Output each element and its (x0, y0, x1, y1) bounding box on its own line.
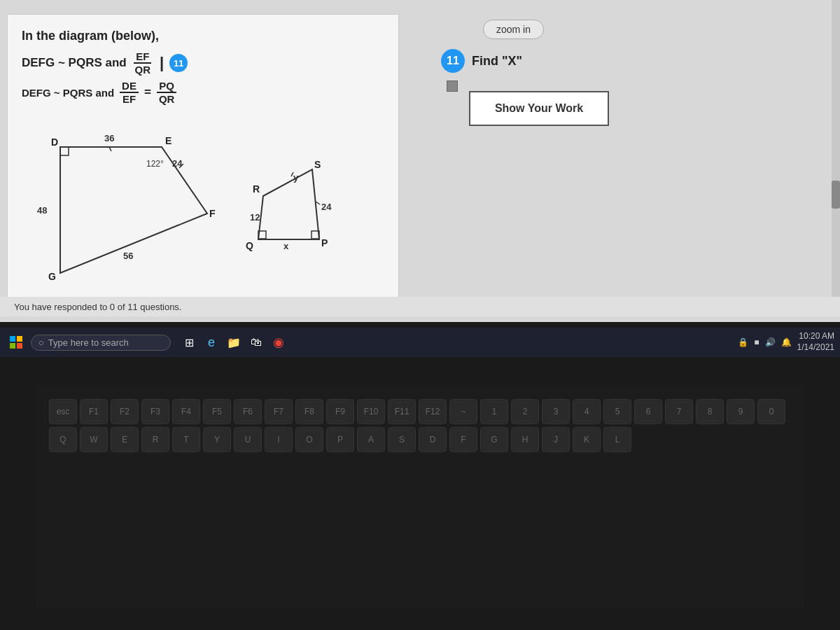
svg-text:24: 24 (172, 158, 183, 169)
scrollbar-thumb[interactable] (832, 181, 840, 209)
svg-text:R: R (253, 183, 260, 195)
key-f3[interactable]: F3 (141, 399, 169, 424)
ef-numerator: EF (134, 50, 151, 64)
svg-text:G: G (48, 271, 56, 282)
windows-logo-icon (10, 336, 22, 349)
key-h[interactable]: H (511, 427, 539, 452)
svg-rect-29 (17, 343, 22, 349)
key-r[interactable]: R (141, 427, 169, 452)
key-f5[interactable]: F5 (203, 399, 231, 424)
key-f6[interactable]: F6 (234, 399, 262, 424)
key-6[interactable]: 6 (634, 399, 662, 424)
right-panel: zoom in 11 Find "X" Show Your Work (434, 14, 826, 301)
zoom-in-button[interactable]: zoom in (483, 20, 544, 39)
edge-browser-icon[interactable]: e (202, 332, 221, 352)
svg-text:56: 56 (123, 251, 133, 261)
clock: 10:20 AM 1/14/2021 (797, 331, 834, 353)
date-display: 1/14/2021 (797, 342, 834, 354)
scrollbar[interactable] (832, 0, 840, 301)
screen: In the diagram (below), DEFG ~ PQRS and … (0, 0, 840, 322)
volume-icon: 🔊 (765, 337, 776, 347)
key-d[interactable]: D (419, 427, 447, 452)
fraction-pq-qr: PQ QR (157, 80, 177, 105)
key-f[interactable]: F (449, 427, 477, 452)
svg-text:E: E (165, 135, 172, 146)
key-f11[interactable]: F11 (388, 399, 416, 424)
windows-start-button[interactable] (6, 332, 27, 353)
key-5[interactable]: 5 (603, 399, 631, 424)
question-number-area: 11 Find "X" (441, 49, 522, 73)
key-2[interactable]: 2 (511, 399, 539, 424)
key-4[interactable]: 4 (573, 399, 601, 424)
svg-rect-26 (10, 336, 15, 342)
diagram-container: D E F G 36 48 56 122° 24 (22, 112, 384, 318)
key-e[interactable]: E (111, 427, 139, 452)
geometry-diagram: D E F G 36 48 56 122° 24 (22, 112, 379, 315)
key-f10[interactable]: F10 (357, 399, 385, 424)
key-j[interactable]: J (542, 427, 570, 452)
key-9[interactable]: 9 (727, 399, 755, 424)
notification-icon: 🔔 (781, 337, 792, 347)
key-i[interactable]: I (265, 427, 293, 452)
keyboard: esc F1 F2 F3 F4 F5 F6 F7 F8 F9 F10 F11 F… (35, 385, 805, 609)
equation-line: DEFG ~ PQRS and EF QR | 11 (22, 50, 384, 76)
key-o[interactable]: O (295, 427, 323, 452)
taskbar-icons: ⊞ e 📁 🛍 ◉ (179, 332, 288, 352)
key-u[interactable]: U (234, 427, 262, 452)
taskbar-search[interactable]: ○ Type here to search (31, 335, 171, 351)
svg-text:D: D (51, 136, 58, 148)
key-a[interactable]: A (357, 427, 385, 452)
key-esc[interactable]: esc (49, 399, 77, 424)
store-icon[interactable]: 🛍 (246, 332, 266, 352)
equals-sign: = (144, 85, 151, 99)
key-3[interactable]: 3 (542, 399, 570, 424)
key-w[interactable]: W (80, 427, 108, 452)
question-panel: In the diagram (below), DEFG ~ PQRS and … (7, 14, 399, 301)
key-7[interactable]: 7 (665, 399, 693, 424)
small-icon (447, 80, 458, 92)
taskbar: ○ Type here to search ⊞ e 📁 🛍 ◉ 🔒 ■ 🔊 🔔 … (0, 328, 840, 357)
key-f2[interactable]: F2 (111, 399, 139, 424)
ef-denominator: QR (132, 64, 153, 76)
key-0[interactable]: 0 (757, 399, 785, 424)
defg-label: DEFG ~ PQRS and (22, 87, 114, 99)
vertical-bar: | (160, 54, 164, 72)
key-8[interactable]: 8 (696, 399, 724, 424)
svg-marker-13 (258, 169, 319, 239)
network-icon: 🔒 (738, 337, 748, 347)
key-t[interactable]: T (172, 427, 200, 452)
key-k[interactable]: K (573, 427, 601, 452)
key-f4[interactable]: F4 (172, 399, 200, 424)
key-l[interactable]: L (603, 427, 631, 452)
svg-text:48: 48 (37, 205, 47, 216)
key-y[interactable]: Y (203, 427, 231, 452)
key-g[interactable]: G (480, 427, 508, 452)
key-f1[interactable]: F1 (80, 399, 108, 424)
key-f7[interactable]: F7 (265, 399, 293, 424)
key-f8[interactable]: F8 (295, 399, 323, 424)
key-s[interactable]: S (388, 427, 416, 452)
svg-text:24: 24 (321, 202, 332, 212)
equation2-line: DEFG ~ PQRS and DE EF = PQ QR (22, 80, 384, 105)
file-explorer-icon[interactable]: 📁 (224, 332, 244, 352)
task-view-button[interactable]: ⊞ (179, 332, 199, 352)
show-your-work-button[interactable]: Show Your Work (469, 91, 609, 126)
search-icon: ○ (38, 337, 44, 348)
key-q[interactable]: Q (49, 427, 77, 452)
svg-text:P: P (321, 237, 328, 248)
key-1[interactable]: 1 (480, 399, 508, 424)
statement-label: DEFG ~ PQRS and (22, 56, 127, 70)
time-display: 10:20 AM (799, 331, 834, 342)
svg-rect-28 (10, 343, 15, 349)
status-text: You have responded to 0 of 11 questions. (14, 302, 181, 312)
svg-text:S: S (314, 159, 321, 170)
fraction-de-pq: DE EF (120, 80, 139, 105)
key-f9[interactable]: F9 (326, 399, 354, 424)
question-badge: 11 (169, 54, 188, 72)
chrome-icon[interactable]: ◉ (269, 332, 288, 352)
key-p[interactable]: P (326, 427, 354, 452)
key-f12[interactable]: F12 (419, 399, 447, 424)
key-tilde[interactable]: ~ (449, 399, 477, 424)
laptop-body: esc F1 F2 F3 F4 F5 F6 F7 F8 F9 F10 F11 F… (0, 357, 840, 630)
svg-text:x: x (284, 241, 289, 251)
